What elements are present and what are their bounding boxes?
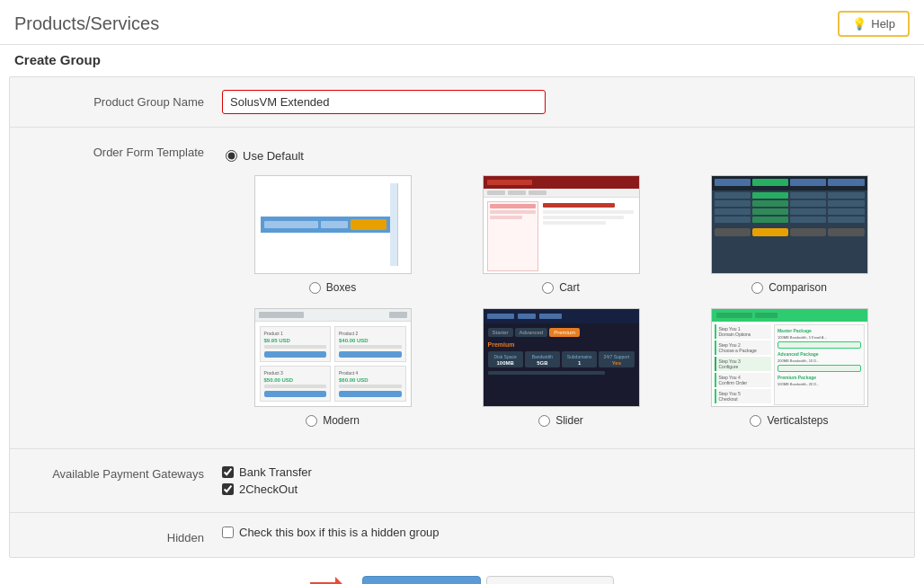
arrow-container [310,577,357,585]
templates-grid: Boxes [222,175,900,427]
template-radio-boxes: Boxes [309,281,356,294]
product-group-name-field [222,90,900,114]
template-label-verticalsteps[interactable]: Verticalsteps [767,414,828,427]
template-thumb-boxes [254,175,412,274]
cancel-button[interactable]: Cancel Changes [486,576,614,584]
template-radio-input-comparison[interactable] [751,282,763,294]
product-group-name-label: Product Group Name [24,90,222,109]
template-thumb-modern: Product 1 $9.95 USD Product 2 $40.00 USD [254,308,412,407]
gateway-checkbox-bank-transfer[interactable] [222,466,234,478]
gateway-label-bank-transfer[interactable]: Bank Transfer [239,465,312,479]
template-item-verticalsteps: Step You 1Domain Options Step You 2Choos… [682,308,896,427]
save-button[interactable]: Save Changes [362,576,480,584]
template-thumb-slider: Starter Advanced Premium Premium Disk Sp… [483,308,640,407]
hidden-checkbox-label[interactable]: Check this box if this is a hidden group [239,526,440,539]
template-label-cart[interactable]: Cart [559,281,580,294]
use-default-radio[interactable] [226,150,237,162]
arrow-icon [310,577,350,585]
template-label-comparison[interactable]: Comparison [769,281,827,294]
help-button[interactable]: 💡 Help [838,11,910,37]
sub-title: Create Group [0,45,924,76]
template-radio-input-boxes[interactable] [309,282,321,294]
template-radio-input-slider[interactable] [538,415,550,427]
template-radio-modern: Modern [306,414,360,427]
hidden-label: Hidden [24,526,222,544]
template-item-modern: Product 1 $9.95 USD Product 2 $40.00 USD [226,308,440,427]
template-radio-comparison: Comparison [751,281,827,294]
use-default-row: Use Default [226,149,900,163]
template-radio-cart: Cart [542,281,580,294]
gateway-list: Bank Transfer 2CheckOut [222,462,900,500]
template-label-slider[interactable]: Slider [555,414,583,427]
template-thumb-cart [483,175,640,274]
footer-buttons: Save Changes Cancel Changes [0,558,924,584]
help-icon: 💡 [852,17,866,31]
hidden-row: Hidden Check this box if this is a hidde… [10,513,914,557]
template-radio-verticalsteps: Verticalsteps [750,414,828,427]
template-item-slider: Starter Advanced Premium Premium Disk Sp… [454,308,668,427]
template-label-boxes[interactable]: Boxes [326,281,356,294]
template-radio-input-cart[interactable] [542,282,554,294]
top-bar: Products/Services 💡 Help [0,0,924,45]
use-default-label[interactable]: Use Default [243,149,304,163]
payment-gateways-field: Bank Transfer 2CheckOut [222,462,900,500]
template-thumb-verticalsteps: Step You 1Domain Options Step You 2Choos… [711,308,868,407]
product-group-name-input[interactable] [222,90,546,114]
template-radio-slider: Slider [538,414,583,427]
hidden-checkbox[interactable] [222,526,234,538]
template-thumb-comparison [711,175,868,274]
template-item-cart: Cart [454,175,668,294]
page-title: Products/Services [14,13,159,34]
gateway-item-bank-transfer: Bank Transfer [222,465,900,479]
template-label-modern[interactable]: Modern [323,414,360,427]
template-radio-input-verticalsteps[interactable] [750,415,761,427]
svg-marker-0 [310,577,350,585]
template-item-comparison: Comparison [682,175,896,294]
hidden-field: Check this box if this is a hidden group [222,526,900,539]
payment-gateways-label: Available Payment Gateways [24,462,222,481]
help-label: Help [871,17,895,31]
gateway-checkbox-2checkout[interactable] [222,483,234,495]
order-form-template-row: Order Form Template Use Default [10,128,914,449]
gateway-label-2checkout[interactable]: 2CheckOut [239,482,298,496]
template-item-boxes: Boxes [226,175,440,294]
product-group-name-row: Product Group Name [10,77,914,128]
order-form-template-label: Order Form Template [24,140,222,159]
template-radio-input-modern[interactable] [306,415,317,427]
form-container: Product Group Name Order Form Template U… [9,76,915,558]
order-form-template-field: Use Default [222,140,900,436]
payment-gateways-row: Available Payment Gateways Bank Transfer… [10,449,914,513]
gateway-item-2checkout: 2CheckOut [222,482,900,496]
